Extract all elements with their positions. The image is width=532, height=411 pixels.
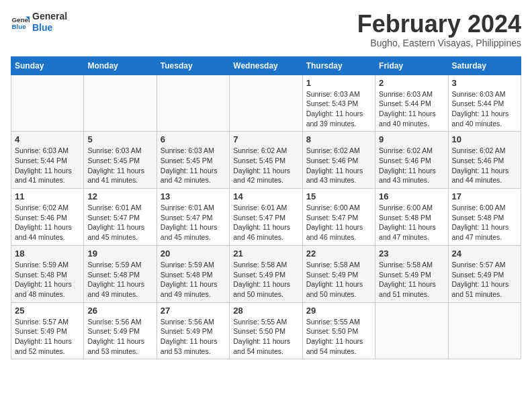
day-info: Sunrise: 5:58 AM Sunset: 5:49 PM Dayligh… <box>379 260 444 300</box>
day-info: Sunrise: 6:03 AM Sunset: 5:45 PM Dayligh… <box>161 146 226 185</box>
day-number: 26 <box>87 306 152 316</box>
day-number: 22 <box>306 248 371 259</box>
calendar-header: Sunday Monday Tuesday Wednesday Thursday… <box>11 56 521 75</box>
day-info: Sunrise: 6:01 AM Sunset: 5:47 PM Dayligh… <box>161 203 226 242</box>
month-title: February 2024 <box>357 11 521 38</box>
day-number: 1 <box>306 78 371 88</box>
table-row <box>157 75 229 132</box>
table-row: 6Sunrise: 6:03 AM Sunset: 5:45 PM Daylig… <box>157 132 229 189</box>
table-row: 23Sunrise: 5:58 AM Sunset: 5:49 PM Dayli… <box>375 245 448 302</box>
table-row: 24Sunrise: 5:57 AM Sunset: 5:49 PM Dayli… <box>448 245 521 302</box>
day-number: 4 <box>15 134 80 144</box>
day-info: Sunrise: 5:59 AM Sunset: 5:48 PM Dayligh… <box>161 260 226 300</box>
table-row: 21Sunrise: 5:58 AM Sunset: 5:49 PM Dayli… <box>230 245 302 302</box>
table-row: 22Sunrise: 5:58 AM Sunset: 5:49 PM Dayli… <box>302 245 375 302</box>
day-info: Sunrise: 5:58 AM Sunset: 5:49 PM Dayligh… <box>306 260 371 300</box>
table-row: 27Sunrise: 5:56 AM Sunset: 5:49 PM Dayli… <box>157 302 229 359</box>
day-info: Sunrise: 6:03 AM Sunset: 5:44 PM Dayligh… <box>15 146 80 185</box>
day-number: 19 <box>87 248 152 259</box>
day-info: Sunrise: 6:01 AM Sunset: 5:47 PM Dayligh… <box>87 203 152 242</box>
day-number: 27 <box>161 306 226 316</box>
day-number: 11 <box>15 191 80 201</box>
day-info: Sunrise: 5:58 AM Sunset: 5:49 PM Dayligh… <box>233 260 298 300</box>
table-row: 11Sunrise: 6:02 AM Sunset: 5:46 PM Dayli… <box>11 189 84 246</box>
day-number: 7 <box>233 134 298 144</box>
day-info: Sunrise: 5:56 AM Sunset: 5:49 PM Dayligh… <box>161 317 226 357</box>
table-row <box>375 302 448 359</box>
day-number: 28 <box>233 306 298 316</box>
day-number: 23 <box>379 248 444 259</box>
header-friday: Friday <box>375 56 448 75</box>
day-info: Sunrise: 6:02 AM Sunset: 5:46 PM Dayligh… <box>452 146 517 185</box>
table-row: 10Sunrise: 6:02 AM Sunset: 5:46 PM Dayli… <box>448 132 521 189</box>
day-info: Sunrise: 6:02 AM Sunset: 5:46 PM Dayligh… <box>306 146 371 185</box>
logo-line2: Blue <box>32 22 67 34</box>
day-number: 15 <box>306 191 371 201</box>
day-number: 18 <box>15 248 80 259</box>
table-row: 18Sunrise: 5:59 AM Sunset: 5:48 PM Dayli… <box>11 245 84 302</box>
table-row <box>11 75 84 132</box>
table-row <box>84 75 157 132</box>
title-area: February 2024 Bugho, Eastern Visayas, Ph… <box>357 11 521 48</box>
day-info: Sunrise: 5:56 AM Sunset: 5:49 PM Dayligh… <box>87 317 152 357</box>
day-info: Sunrise: 5:59 AM Sunset: 5:48 PM Dayligh… <box>15 260 80 300</box>
logo: General Blue General Blue <box>11 11 67 34</box>
table-row: 15Sunrise: 6:00 AM Sunset: 5:47 PM Dayli… <box>302 189 375 246</box>
day-info: Sunrise: 6:01 AM Sunset: 5:47 PM Dayligh… <box>233 203 298 242</box>
day-info: Sunrise: 6:03 AM Sunset: 5:44 PM Dayligh… <box>379 89 444 129</box>
table-row: 26Sunrise: 5:56 AM Sunset: 5:49 PM Dayli… <box>84 302 157 359</box>
table-row: 14Sunrise: 6:01 AM Sunset: 5:47 PM Dayli… <box>230 189 302 246</box>
day-info: Sunrise: 6:00 AM Sunset: 5:47 PM Dayligh… <box>306 203 371 242</box>
header-thursday: Thursday <box>302 56 375 75</box>
header-sunday: Sunday <box>11 56 84 75</box>
table-row: 16Sunrise: 6:00 AM Sunset: 5:48 PM Dayli… <box>375 189 448 246</box>
day-number: 24 <box>452 248 517 259</box>
page-header: General Blue General Blue February 2024 … <box>11 11 521 48</box>
day-number: 25 <box>15 306 80 316</box>
day-info: Sunrise: 6:03 AM Sunset: 5:45 PM Dayligh… <box>87 146 152 185</box>
day-info: Sunrise: 6:02 AM Sunset: 5:46 PM Dayligh… <box>379 146 444 185</box>
day-number: 3 <box>452 78 517 88</box>
table-row: 2Sunrise: 6:03 AM Sunset: 5:44 PM Daylig… <box>375 75 448 132</box>
day-number: 17 <box>452 191 517 201</box>
day-number: 16 <box>379 191 444 201</box>
day-number: 6 <box>161 134 226 144</box>
calendar-body: 1Sunrise: 6:03 AM Sunset: 5:43 PM Daylig… <box>11 75 521 359</box>
table-row <box>448 302 521 359</box>
table-row: 7Sunrise: 6:02 AM Sunset: 5:45 PM Daylig… <box>230 132 302 189</box>
day-number: 9 <box>379 134 444 144</box>
table-row: 9Sunrise: 6:02 AM Sunset: 5:46 PM Daylig… <box>375 132 448 189</box>
table-row: 3Sunrise: 6:03 AM Sunset: 5:44 PM Daylig… <box>448 75 521 132</box>
day-info: Sunrise: 6:03 AM Sunset: 5:44 PM Dayligh… <box>452 89 517 129</box>
day-info: Sunrise: 6:02 AM Sunset: 5:46 PM Dayligh… <box>15 203 80 242</box>
day-number: 20 <box>161 248 226 259</box>
day-number: 21 <box>233 248 298 259</box>
day-info: Sunrise: 5:55 AM Sunset: 5:50 PM Dayligh… <box>233 317 298 357</box>
day-info: Sunrise: 5:57 AM Sunset: 5:49 PM Dayligh… <box>15 317 80 357</box>
day-info: Sunrise: 5:59 AM Sunset: 5:48 PM Dayligh… <box>87 260 152 300</box>
header-tuesday: Tuesday <box>157 56 229 75</box>
day-number: 14 <box>233 191 298 201</box>
header-saturday: Saturday <box>448 56 521 75</box>
calendar-table: Sunday Monday Tuesday Wednesday Thursday… <box>11 56 521 360</box>
day-number: 29 <box>306 306 371 316</box>
table-row: 13Sunrise: 6:01 AM Sunset: 5:47 PM Dayli… <box>157 189 229 246</box>
location-subtitle: Bugho, Eastern Visayas, Philippines <box>357 38 521 48</box>
day-info: Sunrise: 6:00 AM Sunset: 5:48 PM Dayligh… <box>379 203 444 242</box>
logo-icon: General Blue <box>11 13 30 32</box>
table-row: 17Sunrise: 6:00 AM Sunset: 5:48 PM Dayli… <box>448 189 521 246</box>
table-row: 28Sunrise: 5:55 AM Sunset: 5:50 PM Dayli… <box>230 302 302 359</box>
day-number: 5 <box>87 134 152 144</box>
header-wednesday: Wednesday <box>230 56 302 75</box>
table-row: 12Sunrise: 6:01 AM Sunset: 5:47 PM Dayli… <box>84 189 157 246</box>
table-row: 20Sunrise: 5:59 AM Sunset: 5:48 PM Dayli… <box>157 245 229 302</box>
day-number: 12 <box>87 191 152 201</box>
svg-text:Blue: Blue <box>11 23 26 30</box>
day-info: Sunrise: 5:57 AM Sunset: 5:49 PM Dayligh… <box>452 260 517 300</box>
table-row: 8Sunrise: 6:02 AM Sunset: 5:46 PM Daylig… <box>302 132 375 189</box>
header-monday: Monday <box>84 56 157 75</box>
table-row: 1Sunrise: 6:03 AM Sunset: 5:43 PM Daylig… <box>302 75 375 132</box>
table-row <box>230 75 302 132</box>
day-info: Sunrise: 6:00 AM Sunset: 5:48 PM Dayligh… <box>452 203 517 242</box>
day-number: 10 <box>452 134 517 144</box>
